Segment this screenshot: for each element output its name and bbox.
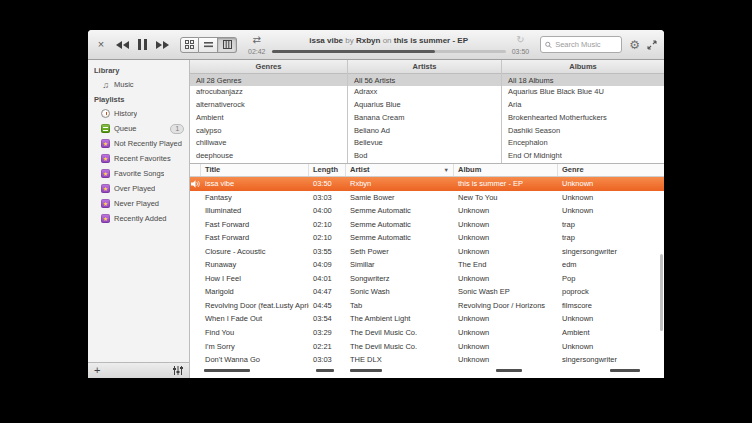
- list-view-button[interactable]: [199, 37, 218, 53]
- artist-item[interactable]: Aquarius Blue: [348, 99, 501, 112]
- add-playlist-button[interactable]: +: [94, 365, 100, 376]
- table-row[interactable]: Fast Forward 02:10 Semme Automatic Unkno…: [190, 218, 664, 232]
- album-item[interactable]: Aquarius Blue Black Blue 4U: [502, 86, 664, 99]
- playlist-icon: [101, 199, 110, 208]
- sort-descending-icon: ▼: [444, 164, 449, 176]
- next-button[interactable]: [156, 41, 169, 49]
- cell-artist: THE DLX: [346, 353, 454, 367]
- sidebar-playlist-item[interactable]: Never Played: [88, 196, 189, 211]
- playlist-icon: [101, 124, 110, 133]
- cell-album: Unknown: [454, 312, 558, 326]
- table-scrollbar[interactable]: [660, 254, 663, 331]
- table-row[interactable]: I'm Sorry 02:21 The Devil Music Co. Unkn…: [190, 340, 664, 354]
- table-row[interactable]: How I Feel 04:01 Songwriterz Unknown Pop: [190, 272, 664, 286]
- artist-item[interactable]: Bellevue: [348, 137, 501, 150]
- length-column-header[interactable]: Length: [309, 164, 346, 176]
- pause-button[interactable]: [138, 39, 147, 50]
- sidebar-footer: +: [88, 362, 189, 378]
- album-item[interactable]: Encephalon: [502, 137, 664, 150]
- track-title: issa vibe: [309, 36, 343, 45]
- genre-item[interactable]: afrocubanjazz: [190, 86, 347, 99]
- sidebar-playlist-item[interactable]: Recent Favorites: [88, 151, 189, 166]
- cell-length: 03:54: [309, 312, 346, 326]
- sidebar-playlist-item[interactable]: History: [88, 106, 189, 121]
- cell-album: New To You: [454, 191, 558, 205]
- sidebar-playlist-item[interactable]: Over Played: [88, 181, 189, 196]
- equalizer-button[interactable]: [173, 366, 183, 375]
- table-row[interactable]: Illuminated 04:00 Semme Automatic Unknow…: [190, 204, 664, 218]
- all-albums-row[interactable]: All 18 Albums: [502, 74, 664, 86]
- cell-length: 02:10: [309, 231, 346, 245]
- album-item[interactable]: Brokenhearted Motherfuckers: [502, 112, 664, 125]
- genres-list: afrocubanjazzalternativerockAmbientcalyp…: [190, 86, 347, 163]
- column-view-icon: [223, 40, 232, 49]
- genre-item[interactable]: chillwave: [190, 137, 347, 150]
- album-column-header[interactable]: Album: [454, 164, 558, 176]
- genre-column-header[interactable]: Genre: [558, 164, 664, 176]
- cell-title: Revolving Door (feat.Lusty Apricot: [201, 299, 309, 313]
- table-row[interactable]: Marigold 04:47 Sonic Wash Sonic Wash EP …: [190, 285, 664, 299]
- cell-genre: trap: [558, 231, 664, 245]
- genre-item[interactable]: deephouse: [190, 150, 347, 163]
- now-playing-title: issa vibe by Rxbyn on this is summer - E…: [272, 36, 506, 45]
- seek-slider[interactable]: [272, 50, 506, 53]
- table-row[interactable]: Fast Forward 02:10 Semme Automatic Unkno…: [190, 231, 664, 245]
- cell-length: 03:50: [309, 177, 346, 191]
- all-genres-row[interactable]: All 28 Genres: [190, 74, 347, 86]
- table-row[interactable]: When I Fade Out 03:54 The Ambient Light …: [190, 312, 664, 326]
- cell-genre: Pop: [558, 272, 664, 286]
- sidebar-item-music[interactable]: Music: [88, 77, 189, 92]
- table-row[interactable]: Find You 03:29 The Devil Music Co. Unkno…: [190, 326, 664, 340]
- cell-length: 03:03: [309, 191, 346, 205]
- cell-album: Revolving Door / Horizons: [454, 299, 558, 313]
- artist-item[interactable]: Banana Cream: [348, 112, 501, 125]
- cell-title: issa vibe: [201, 177, 309, 191]
- albums-list: Aquarius Blue Black Blue 4UAriaBrokenhea…: [502, 86, 664, 163]
- search-icon: [545, 41, 552, 49]
- expand-icon: [647, 40, 657, 50]
- table-row[interactable]: Closure - Acoustic 03:55 Seth Power Unkn…: [190, 245, 664, 259]
- artists-column-header[interactable]: Artists: [348, 60, 501, 74]
- genre-item[interactable]: Ambient: [190, 112, 347, 125]
- cell-length: 03:29: [309, 326, 346, 340]
- genres-column-header[interactable]: Genres: [190, 60, 347, 74]
- playlists-list: History Queue 1 Not Recently Played Rece…: [88, 106, 189, 226]
- repeat-button[interactable]: ↻: [512, 35, 530, 45]
- sidebar-playlist-item[interactable]: Queue 1: [88, 121, 189, 136]
- table-row[interactable]: issa vibe 03:50 Rxbyn this is summer - E…: [190, 177, 664, 191]
- cell-genre: trap: [558, 218, 664, 232]
- genre-item[interactable]: alternativerock: [190, 99, 347, 112]
- album-item[interactable]: Aria: [502, 99, 664, 112]
- table-row[interactable]: Don't Wanna Go 03:03 THE DLX Unknown sin…: [190, 353, 664, 367]
- title-column-header[interactable]: Title: [201, 164, 309, 176]
- settings-menu-button[interactable]: ⚙: [629, 39, 640, 51]
- elapsed-time: 02:42: [248, 48, 266, 55]
- cell-artist: Tab: [346, 299, 454, 313]
- grid-view-button[interactable]: [180, 37, 199, 53]
- albums-column-header[interactable]: Albums: [502, 60, 664, 74]
- close-button[interactable]: ×: [95, 39, 107, 50]
- sidebar-playlist-item[interactable]: Recently Added: [88, 211, 189, 226]
- album-item[interactable]: Dashiki Season: [502, 125, 664, 138]
- column-view-button[interactable]: [218, 37, 237, 53]
- fullscreen-button[interactable]: [647, 40, 657, 50]
- all-artists-row[interactable]: All 56 Artists: [348, 74, 501, 86]
- shuffle-icon: ⇄: [253, 35, 261, 45]
- genre-item[interactable]: calypso: [190, 125, 347, 138]
- cell-genre: singersongwriter: [558, 245, 664, 259]
- table-row[interactable]: Revolving Door (feat.Lusty Apricot 04:45…: [190, 299, 664, 313]
- artist-column-header[interactable]: Artist▼: [346, 164, 454, 176]
- artist-item[interactable]: Adraxx: [348, 86, 501, 99]
- search-input[interactable]: [555, 40, 617, 49]
- artist-item[interactable]: Bod: [348, 150, 501, 163]
- artist-item[interactable]: Beliano Ad: [348, 125, 501, 138]
- cell-artist: Sonic Wash: [346, 285, 454, 299]
- shuffle-button[interactable]: ⇄: [248, 35, 266, 45]
- previous-button[interactable]: [116, 41, 129, 49]
- cell-artist: Semme Automatic: [346, 204, 454, 218]
- sidebar-playlist-item[interactable]: Not Recently Played: [88, 136, 189, 151]
- sidebar-playlist-item[interactable]: Favorite Songs: [88, 166, 189, 181]
- table-row[interactable]: Fantasy 03:03 Samie Bower New To You Unk…: [190, 191, 664, 205]
- table-row[interactable]: Runaway 04:09 Simillar The End edm: [190, 258, 664, 272]
- album-item[interactable]: End Of Midnight: [502, 150, 664, 163]
